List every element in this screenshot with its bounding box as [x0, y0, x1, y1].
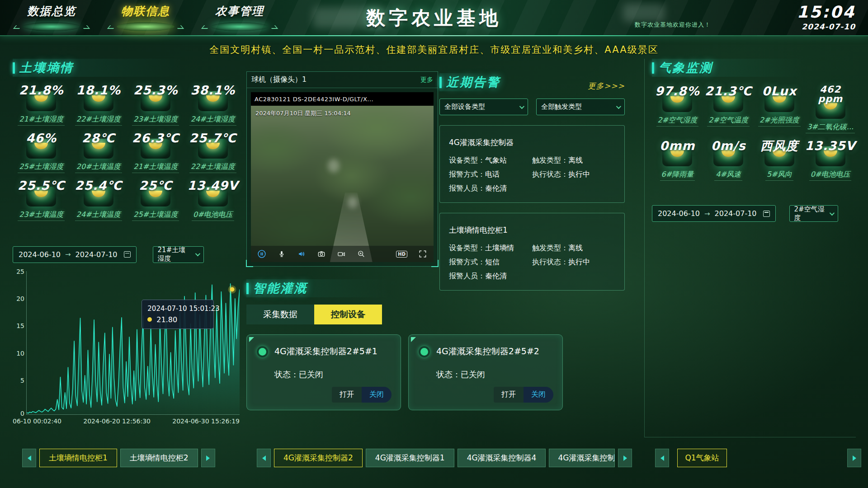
metric-label: 6#降雨量	[660, 170, 695, 181]
x-tick: 2024-06-30 15:26:19	[172, 418, 240, 425]
close-button[interactable]: 关闭	[524, 387, 553, 403]
metric-cell: 西风度5#风向	[754, 140, 805, 181]
metric-cell: 462 ppm3#二氧化碳...	[805, 85, 856, 133]
controller-title: 4G灌溉采集控制器2#5#2	[436, 346, 539, 357]
status-dot-icon	[257, 346, 268, 357]
device-button-controller-1[interactable]: 4G灌溉采集控制器1	[366, 449, 454, 467]
camera-more-link[interactable]: 更多	[420, 76, 433, 84]
zoom-in-icon[interactable]	[357, 249, 366, 258]
weather-metric-grid: 97.8%2#空气湿度 21.3℃2#空气温度 0Lux2#光照强度 462 p…	[652, 85, 856, 181]
field-label: 触发类型：	[532, 244, 568, 253]
irrigation-tabs: 采集数据 控制设备	[246, 305, 563, 324]
end-date: 2024-07-10	[715, 209, 757, 218]
nav-item-iot-info[interactable]: 物联信息	[111, 4, 180, 31]
open-button[interactable]: 打开	[332, 387, 362, 403]
metric-label: 0#电池电压	[809, 170, 852, 181]
nav-item-farm-management[interactable]: 农事管理	[205, 4, 274, 31]
metric-value: 25.3%	[127, 84, 184, 97]
header: 数据总览 物联信息 农事管理 数字农业基地 数字农业基地欢迎你进入！ 15:04…	[0, 0, 868, 36]
recent-alarms-panel: 近期告警 更多>>> 全部设备类型 全部触发类型 4G灌溉采集控制器 设备类型：…	[439, 73, 625, 291]
prev-arrow-button[interactable]	[22, 449, 36, 467]
open-button[interactable]: 打开	[494, 387, 524, 403]
device-button-soil-cabinet-1[interactable]: 土壤墒情电控柜1	[39, 449, 117, 467]
card-header: 4G灌溉采集控制器2#5#1	[247, 335, 401, 357]
chart-plot-area[interactable]: 2024-07-10 15:01:23 21.80	[26, 271, 240, 415]
next-arrow-button[interactable]	[201, 449, 215, 467]
metric-label: 23#土壤温度	[18, 210, 65, 221]
next-arrow-button[interactable]	[618, 449, 632, 467]
section-accent-bar	[439, 77, 442, 88]
weather-filter-row: 2024-06-10 → 2024-07-10 2#空气湿度	[652, 205, 856, 222]
nav-item-data-overview[interactable]: 数据总览	[17, 4, 86, 31]
device-button-soil-cabinet-2[interactable]: 土壤墒情电控柜2	[120, 449, 198, 467]
alarms-more-link[interactable]: 更多>>>	[588, 81, 625, 91]
y-tick: 20	[16, 295, 24, 302]
soil-date-range-picker[interactable]: 2024-06-10 → 2024-07-10	[13, 246, 137, 263]
device-button-controller-truncated[interactable]: 4G灌溉采集控制	[549, 449, 615, 467]
weather-sensor-select[interactable]: 2#空气湿度	[789, 205, 838, 222]
alarm-card: 4G灌溉采集控制器 设备类型：气象站 触发类型：离线 报警方式：电话 执行状态：…	[439, 125, 625, 203]
field-label: 报警方式：	[449, 170, 485, 179]
video-controls-bar: HD	[251, 246, 434, 262]
metric-label: 25#土壤温度	[132, 210, 179, 221]
alarm-title: 4G灌溉采集控制器	[449, 137, 615, 148]
snapshot-camera-icon[interactable]	[317, 249, 326, 258]
alarm-filters: 全部设备类型 全部触发类型	[439, 99, 625, 115]
irrigation-panel: 智能灌溉 采集数据 控制设备 4G灌溉采集控制器2#5#1 状态：已关闭 打开 …	[246, 279, 563, 410]
fullscreen-icon[interactable]	[418, 249, 427, 258]
trigger-type-filter[interactable]: 全部触发类型	[536, 99, 625, 115]
pause-icon[interactable]	[257, 249, 266, 258]
field-value: 电话	[485, 170, 500, 179]
speaker-icon[interactable]	[297, 249, 306, 258]
end-date: 2024-07-10	[75, 250, 118, 259]
main-nav: 数据总览 物联信息 农事管理	[17, 4, 274, 31]
metric-label: 4#风速	[714, 170, 742, 181]
metric-value: 25.4℃	[70, 179, 127, 192]
weather-date-range-picker[interactable]: 2024-06-10 → 2024-07-10	[652, 205, 776, 222]
calendar-icon	[763, 211, 770, 217]
metric-label: 24#土壤湿度	[189, 115, 236, 126]
prev-arrow-button[interactable]	[655, 449, 669, 467]
metric-cell: 0Lux2#光照强度	[754, 85, 805, 133]
metric-value: 西风度	[754, 140, 805, 152]
device-button-controller-2[interactable]: 4G灌溉采集控制器2	[274, 449, 363, 467]
chevron-down-icon	[519, 103, 524, 108]
metric-cell: 25.7℃22#土壤温度	[184, 132, 242, 174]
arrow-left-icon	[28, 455, 31, 461]
field-label: 报警人员：	[449, 272, 485, 281]
arrow-left-icon	[660, 455, 664, 461]
next-arrow-button[interactable]	[847, 449, 861, 467]
prev-arrow-button[interactable]	[257, 449, 271, 467]
video-timestamp-overlay: 2024年07月10日 星期三 15:04:14	[255, 109, 351, 117]
metric-label: 0#电池电压	[192, 210, 234, 221]
card-header: 4G灌溉采集控制器2#5#2	[409, 335, 562, 357]
microphone-icon[interactable]	[277, 249, 286, 258]
record-video-icon[interactable]	[337, 249, 346, 258]
field-label: 设备类型：	[449, 244, 485, 253]
controller-card: 4G灌溉采集控制器2#5#2 状态：已关闭 打开 关闭	[408, 334, 563, 410]
section-accent-bar	[246, 283, 249, 294]
section-title: 智能灌溉	[253, 280, 307, 296]
device-type-filter[interactable]: 全部设备类型	[439, 99, 528, 115]
metric-cell: 25.3%23#土壤湿度	[127, 84, 184, 126]
line-chart-svg	[27, 271, 240, 414]
arrow-right-icon	[623, 455, 627, 461]
tab-control-devices[interactable]: 控制设备	[314, 305, 382, 324]
field-value: 执行中	[568, 258, 590, 267]
field-value: 离线	[568, 244, 583, 253]
soil-sensor-select[interactable]: 21#土壤湿度	[153, 246, 204, 263]
device-button-controller-4[interactable]: 4G灌溉采集控制器4	[458, 449, 546, 467]
metric-value: 25℃	[127, 179, 184, 192]
welcome-text: 数字农业基地欢迎你进入！	[635, 21, 711, 29]
tab-collect-data[interactable]: 采集数据	[246, 305, 314, 324]
close-button[interactable]: 关闭	[362, 387, 392, 403]
selected-option: 全部触发类型	[541, 103, 582, 111]
dashboard-root: 数据总览 物联信息 农事管理 数字农业基地 数字农业基地欢迎你进入！ 15:04…	[0, 0, 868, 488]
y-tick: 10	[16, 350, 24, 357]
metric-label: 20#土壤温度	[75, 162, 122, 173]
field-value: 秦伦清	[485, 184, 507, 193]
device-button-weather-station-q1[interactable]: Q1气象站	[677, 449, 727, 467]
hd-quality-button[interactable]: HD	[396, 251, 407, 258]
metric-value: 0m/s	[703, 140, 754, 152]
metric-value: 18.1%	[70, 84, 127, 97]
